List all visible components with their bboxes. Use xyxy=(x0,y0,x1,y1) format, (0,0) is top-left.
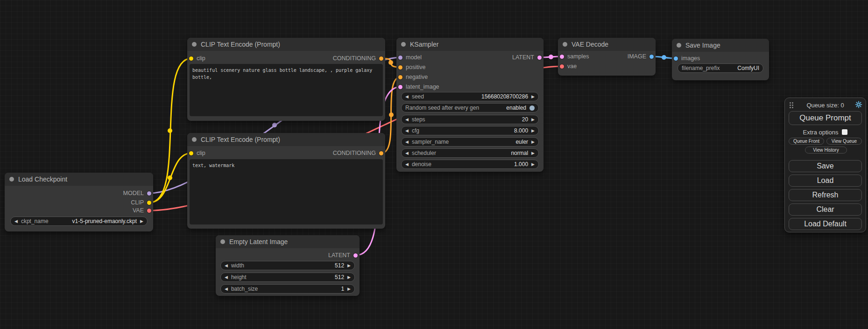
decrement-arrow-icon[interactable]: ◀ xyxy=(405,151,409,155)
node-title-bar[interactable]: Save Image xyxy=(672,39,769,52)
output-slot-latent[interactable] xyxy=(353,253,358,258)
output-slot-clip[interactable] xyxy=(147,201,151,205)
decrement-arrow-icon[interactable]: ◀ xyxy=(14,219,18,224)
refresh-button[interactable]: Refresh xyxy=(789,189,862,201)
widget-value: 8.000 xyxy=(423,127,528,134)
widget-sampler-name[interactable]: ◀ sampler_name euler ▶ xyxy=(401,137,539,147)
widget-scheduler[interactable]: ◀ scheduler normal ▶ xyxy=(401,148,539,158)
collapse-dot-icon[interactable] xyxy=(677,43,681,48)
increment-arrow-icon[interactable]: ▶ xyxy=(531,162,535,167)
decrement-arrow-icon[interactable]: ◀ xyxy=(405,162,409,167)
increment-arrow-icon[interactable]: ▶ xyxy=(140,219,143,224)
node-clip-text-encode-positive[interactable]: CLIP Text Encode (Prompt) clip CONDITION… xyxy=(187,38,385,121)
output-label-model: MODEL xyxy=(123,190,144,196)
input-slot-latent-image[interactable] xyxy=(398,85,402,89)
increment-arrow-icon[interactable]: ▶ xyxy=(531,129,535,133)
comfyui-canvas[interactable]: { "colors": { "model": "#B39DDB", "clip"… xyxy=(0,0,868,329)
input-slot-model[interactable] xyxy=(398,56,402,60)
node-empty-latent-image[interactable]: Empty Latent Image LATENT ◀ width 512 ▶ … xyxy=(216,235,360,296)
widget-width[interactable]: ◀ width 512 ▶ xyxy=(220,261,355,270)
collapse-dot-icon[interactable] xyxy=(563,42,567,47)
positive-prompt-textarea[interactable]: beautiful scenery nature glass bottle la… xyxy=(190,64,383,116)
widget-batch-size[interactable]: ◀ batch_size 1 ▶ xyxy=(220,284,355,294)
input-slot-negative[interactable] xyxy=(398,75,402,79)
node-title-bar[interactable]: Load Checkpoint xyxy=(5,173,153,186)
output-label-vae: VAE xyxy=(133,207,144,214)
decrement-arrow-icon[interactable]: ◀ xyxy=(405,95,409,99)
node-clip-text-encode-negative[interactable]: CLIP Text Encode (Prompt) clip CONDITION… xyxy=(187,133,385,229)
load-button[interactable]: Load xyxy=(789,175,862,187)
collapse-dot-icon[interactable] xyxy=(401,42,406,47)
input-slot-clip[interactable] xyxy=(189,56,193,61)
increment-arrow-icon[interactable]: ▶ xyxy=(347,275,351,280)
decrement-arrow-icon[interactable]: ◀ xyxy=(405,118,409,122)
input-slot-samples[interactable] xyxy=(560,55,564,59)
increment-arrow-icon[interactable]: ▶ xyxy=(347,287,351,291)
collapse-dot-icon[interactable] xyxy=(192,42,197,47)
node-vae-decode[interactable]: VAE Decode samples vae IMAGE xyxy=(558,38,656,76)
node-title: VAE Decode xyxy=(572,41,608,48)
decrement-arrow-icon[interactable]: ◀ xyxy=(405,129,409,133)
input-label-model: model xyxy=(406,54,422,61)
increment-arrow-icon[interactable]: ▶ xyxy=(531,118,535,122)
widget-value: euler xyxy=(452,139,528,145)
node-title-bar[interactable]: VAE Decode xyxy=(558,38,656,51)
queue-menu-panel[interactable]: Queue size: 0 Queue Prompt Extra options… xyxy=(784,98,866,232)
input-slot-images[interactable] xyxy=(674,56,678,61)
decrement-arrow-icon[interactable]: ◀ xyxy=(225,287,228,291)
extra-options-checkbox[interactable] xyxy=(842,129,847,135)
settings-gear-icon[interactable] xyxy=(855,101,862,108)
widget-steps[interactable]: ◀ steps 20 ▶ xyxy=(401,115,539,124)
output-slot-conditioning[interactable] xyxy=(379,56,383,61)
decrement-arrow-icon[interactable]: ◀ xyxy=(405,140,409,144)
widget-ckpt-name[interactable]: ◀ ckpt_name v1-5-pruned-emaonly.ckpt ▶ xyxy=(10,217,148,226)
collapse-dot-icon[interactable] xyxy=(192,137,197,142)
widget-seed[interactable]: ◀ seed 156680208700286 ▶ xyxy=(401,92,539,101)
output-slot-image[interactable] xyxy=(649,55,654,59)
output-slot-model[interactable] xyxy=(147,191,151,196)
node-title-bar[interactable]: KSampler xyxy=(396,38,543,51)
output-slot-conditioning[interactable] xyxy=(379,151,383,155)
widget-random-seed-toggle[interactable]: Random seed after every gen enabled xyxy=(401,103,539,112)
node-title-bar[interactable]: Empty Latent Image xyxy=(216,235,360,248)
decrement-arrow-icon[interactable]: ◀ xyxy=(225,264,228,268)
increment-arrow-icon[interactable]: ▶ xyxy=(347,264,351,268)
collapse-dot-icon[interactable] xyxy=(9,177,14,182)
load-default-button[interactable]: Load Default xyxy=(789,218,862,230)
increment-arrow-icon[interactable]: ▶ xyxy=(531,140,535,144)
view-queue-button[interactable]: View Queue xyxy=(826,138,862,145)
increment-arrow-icon[interactable]: ▶ xyxy=(531,151,535,155)
clear-button[interactable]: Clear xyxy=(789,203,862,216)
input-slot-vae[interactable] xyxy=(560,64,564,69)
widget-label: cfg xyxy=(412,127,419,134)
negative-prompt-textarea[interactable]: text, watermark xyxy=(190,159,383,224)
decrement-arrow-icon[interactable]: ◀ xyxy=(225,275,228,280)
widget-value: 1.000 xyxy=(435,161,528,168)
input-slot-positive[interactable] xyxy=(398,65,402,70)
output-slot-latent[interactable] xyxy=(537,56,542,60)
widget-value: 156680208700286 xyxy=(427,93,528,100)
output-slot-vae[interactable] xyxy=(147,209,151,213)
queue-front-button[interactable]: Queue Front xyxy=(789,138,824,145)
output-label-clip: CLIP xyxy=(131,199,144,206)
node-save-image[interactable]: Save Image images filename_prefix ComfyU… xyxy=(672,39,769,80)
widget-denoise[interactable]: ◀ denoise 1.000 ▶ xyxy=(401,160,539,169)
extra-options-label: Extra options xyxy=(803,129,839,136)
view-history-button[interactable]: View History xyxy=(805,147,847,154)
queue-prompt-button[interactable]: Queue Prompt xyxy=(789,111,862,125)
node-ksampler[interactable]: KSampler model positive negative latent_… xyxy=(396,38,543,172)
node-title-bar[interactable]: CLIP Text Encode (Prompt) xyxy=(187,38,385,51)
widget-label: steps xyxy=(412,116,425,123)
input-slot-clip[interactable] xyxy=(189,151,193,155)
link-dot-conditioning-negative xyxy=(389,112,394,117)
widget-filename-prefix[interactable]: filename_prefix ComfyUI xyxy=(677,63,763,73)
widget-height[interactable]: ◀ height 512 ▶ xyxy=(220,273,355,282)
widget-value: v1-5-pruned-emaonly.ckpt xyxy=(52,218,137,224)
save-button[interactable]: Save xyxy=(789,160,862,172)
collapse-dot-icon[interactable] xyxy=(220,239,225,244)
node-title-bar[interactable]: CLIP Text Encode (Prompt) xyxy=(187,133,385,146)
increment-arrow-icon[interactable]: ▶ xyxy=(531,95,535,99)
widget-cfg[interactable]: ◀ cfg 8.000 ▶ xyxy=(401,126,539,135)
toggle-indicator-icon[interactable] xyxy=(529,105,535,111)
node-load-checkpoint[interactable]: Load Checkpoint MODEL CLIP VAE ◀ ckpt_na… xyxy=(5,173,153,231)
